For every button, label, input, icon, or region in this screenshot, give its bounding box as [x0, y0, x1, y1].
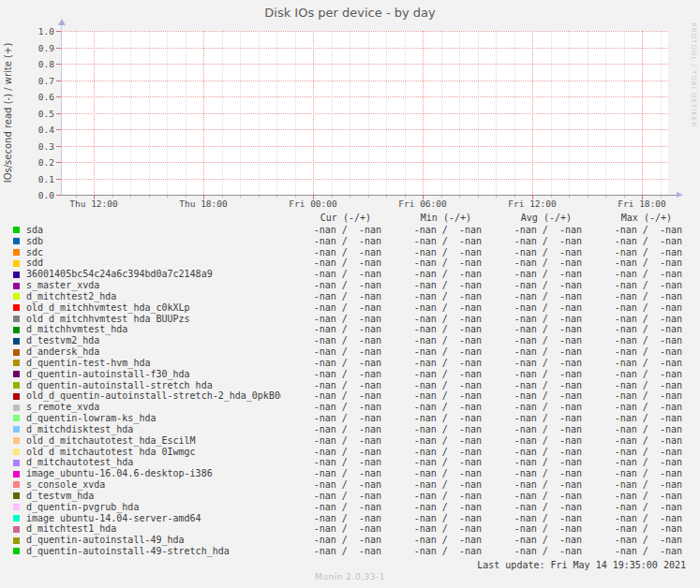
legend-value-max: -nan / -nan	[582, 302, 682, 314]
y-tick	[56, 179, 61, 180]
legend-value-avg: -nan / -nan	[482, 523, 582, 535]
legend-value-max: -nan / -nan	[582, 324, 682, 335]
legend-row: old_d_quentin-autoinstall-stretch-2_hda_…	[0, 390, 700, 402]
legend-series-name: s_console_xvda	[26, 479, 281, 491]
legend-value-max: -nan / -nan	[582, 523, 682, 535]
legend-value-avg: -nan / -nan	[482, 291, 582, 302]
legend-value-max: -nan / -nan	[582, 435, 682, 447]
x-tick-label: Fri 00:00	[276, 198, 350, 209]
legend-swatch-icon	[13, 526, 20, 533]
legend-value-max: -nan / -nan	[582, 335, 682, 346]
legend-value-cur: -nan / -nan	[281, 257, 381, 269]
legend-row: d_andersk_hda-nan / -nan-nan / -nan-nan …	[0, 346, 700, 358]
x-tick-minor	[478, 196, 479, 198]
legend-value-cur: -nan / -nan	[281, 225, 381, 236]
legend-row: d_quentin-autoinstall-f30_hda-nan / -nan…	[0, 369, 700, 380]
legend-row: old_d_mitchhvmtest_hda_c0kXLp-nan / -nan…	[0, 302, 700, 314]
legend-value-avg: -nan / -nan	[482, 369, 582, 380]
legend-row: d_quentin-pvgrub_hda-nan / -nan-nan / -n…	[0, 502, 700, 513]
x-tick-minor	[167, 196, 168, 198]
legend-value-max: -nan / -nan	[582, 380, 682, 391]
x-tick-label: Thu 12:00	[56, 198, 131, 209]
legend-value-cur: -nan / -nan	[281, 280, 381, 291]
legend-value-cur: -nan / -nan	[281, 380, 381, 391]
legend-value-cur: -nan / -nan	[281, 314, 381, 325]
y-tick	[56, 146, 61, 147]
x-tick-minor	[259, 196, 260, 198]
legend-value-cur: -nan / -nan	[281, 269, 381, 280]
legend-value-cur: -nan / -nan	[281, 291, 381, 302]
legend-row: sdc-nan / -nan-nan / -nan-nan / -nan-nan…	[0, 247, 700, 258]
legend-value-cur: -nan / -nan	[281, 358, 381, 369]
legend-value-max: -nan / -nan	[582, 291, 682, 302]
legend-series-name: d_mitchautotest_hda	[26, 457, 281, 468]
legend-row: sda-nan / -nan-nan / -nan-nan / -nan-nan…	[0, 225, 700, 236]
legend-row: d_quentin-autoinstall-49-stretch_hda-nan…	[0, 546, 700, 557]
legend-value-cur: -nan / -nan	[281, 468, 381, 479]
x-tick-major	[94, 196, 95, 199]
legend-value-cur: -nan / -nan	[281, 324, 381, 335]
legend-header-min: Min (-/+)	[381, 213, 482, 224]
legend-value-min: -nan / -nan	[381, 380, 482, 391]
x-tick-minor	[276, 196, 277, 198]
legend-value-min: -nan / -nan	[381, 302, 482, 314]
legend-value-cur: -nan / -nan	[281, 302, 381, 314]
legend-value-min: -nan / -nan	[381, 413, 482, 424]
y-tick	[56, 129, 61, 130]
x-tick-minor	[295, 196, 296, 198]
legend-header-cur: Cur (-/+)	[281, 213, 381, 224]
legend-value-cur: -nan / -nan	[281, 247, 381, 258]
legend-value-avg: -nan / -nan	[482, 457, 582, 468]
legend-value-avg: -nan / -nan	[482, 247, 582, 258]
legend-value-max: -nan / -nan	[582, 479, 682, 491]
legend-swatch-icon	[13, 471, 20, 478]
legend-value-min: -nan / -nan	[381, 468, 482, 479]
x-tick-major	[423, 196, 424, 199]
legend-swatch-icon	[13, 249, 20, 256]
legend-series-name: d_quentin-autoinstall-49-stretch_hda	[26, 546, 281, 557]
y-tick-label: 0.1	[38, 174, 54, 184]
legend-value-min: -nan / -nan	[381, 535, 482, 546]
legend-value-min: -nan / -nan	[381, 346, 482, 358]
legend-value-cur: -nan / -nan	[281, 457, 381, 468]
x-tick-minor	[222, 196, 223, 198]
legend-value-max: -nan / -nan	[582, 502, 682, 513]
legend-value-cur: -nan / -nan	[281, 402, 381, 413]
legend-series-name: old_d_mitchhvmtest_hda_BUUPzs	[26, 314, 281, 325]
x-tick-minor	[350, 196, 350, 198]
y-tick-label: 0.3	[38, 141, 54, 152]
legend-row: d_mitchtest2_hda-nan / -nan-nan / -nan-n…	[0, 291, 700, 302]
last-update-text: Last update: Fri May 14 19:35:00 2021	[477, 560, 686, 570]
legend-series-name: d_quentin-test-hvm_hda	[26, 358, 281, 369]
legend-value-min: -nan / -nan	[381, 523, 482, 535]
legend-value-avg: -nan / -nan	[482, 413, 582, 424]
legend-value-cur: -nan / -nan	[281, 335, 381, 346]
y-tick	[56, 64, 61, 65]
x-tick-minor	[459, 196, 460, 198]
legend-series-name: old_d_mitchhvmtest_hda_c0kXLp	[26, 302, 281, 314]
legend-value-avg: -nan / -nan	[482, 302, 582, 314]
x-tick-label: Fri 18:00	[604, 198, 679, 209]
legend-value-max: -nan / -nan	[582, 457, 682, 468]
legend-swatch-icon	[13, 481, 20, 488]
legend-value-cur: -nan / -nan	[281, 346, 381, 358]
legend-row: image_ubuntu-14.04-server-amd64-nan / -n…	[0, 513, 700, 524]
x-tick-minor	[76, 196, 77, 198]
y-tick-label: 1.0	[38, 26, 54, 37]
x-tick-minor	[441, 196, 442, 198]
legend-series-name: s_master_xvda	[26, 280, 281, 291]
gridline-horizontal	[62, 64, 668, 65]
x-tick-minor	[405, 196, 406, 198]
gridline-horizontal	[62, 146, 668, 147]
legend-value-cur: -nan / -nan	[281, 546, 381, 557]
x-tick-major	[642, 196, 643, 199]
legend-row: sdd-nan / -nan-nan / -nan-nan / -nan-nan…	[0, 257, 700, 269]
legend-series-name: sda	[26, 225, 281, 236]
gridline-horizontal	[62, 129, 668, 130]
legend-value-cur: -nan / -nan	[281, 523, 381, 535]
gridline-horizontal	[62, 113, 668, 114]
legend-value-min: -nan / -nan	[381, 390, 482, 402]
legend-swatch-icon	[13, 283, 20, 289]
legend-value-max: -nan / -nan	[582, 257, 682, 269]
legend-value-max: -nan / -nan	[582, 424, 682, 435]
